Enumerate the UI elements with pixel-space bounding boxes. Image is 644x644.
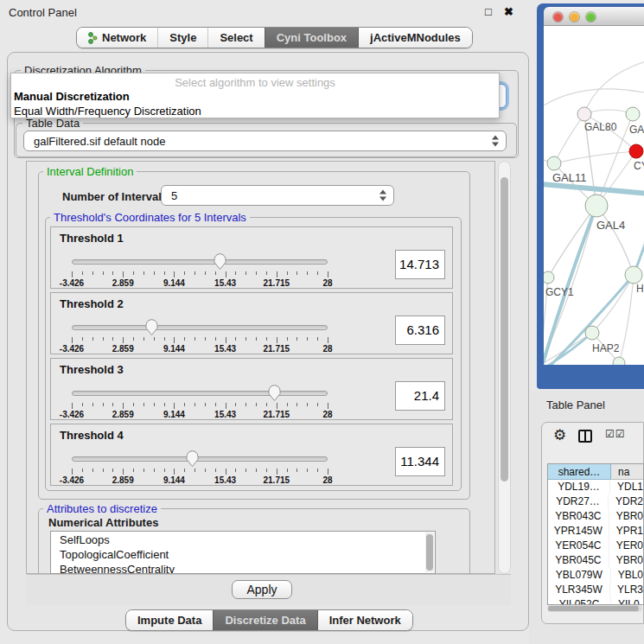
zoom-traffic-light[interactable] bbox=[586, 12, 596, 22]
network-window-titlebar[interactable] bbox=[544, 7, 644, 26]
cell-name[interactable]: YBR0 bbox=[609, 553, 643, 568]
threshold-slider[interactable]: -3.4262.8599.14415.4321.71528 bbox=[72, 449, 328, 485]
cell-shared-name[interactable]: YBR045C bbox=[548, 553, 609, 568]
cell-shared-name[interactable]: YBL079W bbox=[548, 568, 611, 583]
cell-name[interactable]: YDL1 bbox=[610, 480, 643, 494]
column-header-shared-name[interactable]: shared… bbox=[548, 464, 611, 480]
threshold-slider[interactable]: -3.4262.8599.14415.4321.71528 bbox=[72, 383, 328, 419]
network-node[interactable] bbox=[585, 326, 599, 340]
slider-thumb-icon[interactable] bbox=[185, 450, 200, 468]
table-row[interactable]: YIL052CYIL0 bbox=[548, 597, 643, 605]
cell-shared-name[interactable]: YPR145W bbox=[548, 524, 609, 539]
num-intervals-spinner[interactable]: 5 bbox=[161, 185, 394, 206]
network-canvas[interactable]: GAL80GACYGAL11GAL4GCY1HIHAP2 bbox=[544, 26, 644, 365]
scrollbar-thumb[interactable] bbox=[548, 606, 639, 611]
float-icon[interactable]: □ bbox=[485, 5, 492, 18]
checkbox-columns-icon[interactable]: ☑☑ bbox=[605, 428, 626, 440]
threshold-value-field[interactable]: 6.316 bbox=[395, 316, 445, 345]
cell-shared-name[interactable]: YDR27… bbox=[548, 494, 609, 509]
interval-definition-label: Interval Definition bbox=[43, 165, 137, 178]
threshold-value-field[interactable]: 11.344 bbox=[395, 447, 445, 476]
tab-label: Network bbox=[102, 31, 146, 44]
slider-thumb-icon[interactable] bbox=[267, 384, 282, 402]
network-node[interactable] bbox=[625, 266, 642, 284]
close-traffic-light[interactable] bbox=[553, 12, 563, 22]
table-row[interactable]: YPR145WYPR1 bbox=[548, 524, 643, 539]
apply-button[interactable]: Apply bbox=[232, 580, 292, 599]
threshold-value-field[interactable]: 14.713 bbox=[395, 250, 445, 279]
minimize-traffic-light[interactable] bbox=[570, 12, 579, 22]
network-node[interactable] bbox=[626, 107, 640, 121]
cell-shared-name[interactable]: YIL052C bbox=[548, 597, 611, 605]
table-row[interactable]: YDL19…YDL1 bbox=[548, 480, 643, 494]
network-node[interactable] bbox=[544, 271, 554, 284]
slider-track[interactable] bbox=[72, 259, 328, 265]
slider-thumb-icon[interactable] bbox=[144, 318, 159, 336]
list-scrollbar[interactable] bbox=[425, 532, 434, 572]
table-row[interactable]: YBR045CYBR0 bbox=[548, 553, 643, 568]
table-row[interactable]: YDR27…YDR2 bbox=[548, 494, 643, 509]
threshold-slider[interactable]: -3.4262.8599.14415.4321.71528 bbox=[72, 252, 328, 288]
table-row[interactable]: YLR345WYLR3 bbox=[548, 583, 643, 597]
cell-name[interactable]: YBL0 bbox=[611, 568, 643, 583]
cell-name[interactable]: YIL0 bbox=[611, 597, 643, 605]
threshold-title: Threshold 2 bbox=[60, 297, 124, 310]
tab-infer-network[interactable]: Infer Network bbox=[317, 610, 412, 630]
cell-name[interactable]: YDR2 bbox=[609, 494, 643, 509]
network-node[interactable] bbox=[577, 107, 591, 121]
vertical-scrollbar[interactable] bbox=[498, 161, 511, 574]
numerical-attributes-list[interactable]: SelfLoopsTopologicalCoefficientBetweenne… bbox=[50, 531, 436, 574]
split-columns-icon[interactable] bbox=[578, 430, 592, 443]
attribute-list-item[interactable]: BetweennessCentrality bbox=[51, 561, 435, 574]
table-row[interactable]: YBL079WYBL0 bbox=[548, 568, 643, 583]
tab-impute-data[interactable]: Impute Data bbox=[126, 610, 213, 630]
cell-name[interactable]: YBR0 bbox=[609, 509, 643, 524]
attribute-list-item[interactable]: SelfLoops bbox=[51, 532, 435, 546]
tab-select[interactable]: Select bbox=[207, 28, 264, 48]
cell-shared-name[interactable]: YDL19… bbox=[548, 480, 610, 494]
scrollbar-thumb[interactable] bbox=[501, 177, 508, 481]
network-node[interactable] bbox=[629, 144, 643, 158]
gear-icon[interactable]: ⚙ bbox=[553, 426, 566, 444]
top-tab-bar: NetworkStyleSelectCyni ToolboxjActiveMNo… bbox=[76, 27, 473, 48]
network-node[interactable] bbox=[547, 156, 561, 170]
close-icon[interactable]: ✖ bbox=[504, 5, 513, 18]
table-row[interactable]: YER054CYER0 bbox=[548, 539, 643, 553]
cell-name[interactable]: YPR1 bbox=[609, 524, 643, 539]
network-node-label: HAP2 bbox=[592, 342, 620, 354]
tab-style[interactable]: Style bbox=[157, 28, 207, 48]
column-header-name[interactable]: na bbox=[611, 464, 643, 480]
cell-name[interactable]: YER0 bbox=[609, 539, 643, 553]
cell-shared-name[interactable]: YLR345W bbox=[548, 583, 610, 597]
dropdown-option-manual[interactable]: Manual Discretization bbox=[14, 90, 130, 103]
slider-ticks bbox=[72, 337, 328, 344]
network-node[interactable] bbox=[613, 357, 625, 365]
tab-cyni-toolbox[interactable]: Cyni Toolbox bbox=[265, 28, 358, 48]
network-node-label: HI bbox=[636, 283, 644, 295]
network-node-label: GAL4 bbox=[596, 219, 625, 232]
slider-thumb-icon[interactable] bbox=[213, 252, 227, 271]
slider-tick-labels: -3.4262.8599.14415.4321.71528 bbox=[72, 344, 328, 354]
cell-shared-name[interactable]: YER054C bbox=[548, 539, 609, 553]
threshold-value-field[interactable]: 21.4 bbox=[395, 381, 445, 411]
table-data-combobox[interactable]: galFiltered.sif default node bbox=[23, 131, 507, 151]
num-intervals-value: 5 bbox=[171, 189, 177, 202]
table-row[interactable]: YBR043CYBR0 bbox=[548, 509, 643, 524]
table-panel-title: Table Panel bbox=[546, 399, 605, 411]
dropdown-option-equal-width[interactable]: Equal Width/Frequency Discretization bbox=[14, 105, 201, 118]
tab-discretize-data[interactable]: Discretize Data bbox=[213, 610, 316, 630]
table-horizontal-scrollbar[interactable] bbox=[547, 605, 642, 612]
network-node[interactable] bbox=[585, 194, 608, 217]
network-node-label: GAL11 bbox=[552, 171, 587, 184]
slider-track[interactable] bbox=[72, 391, 328, 396]
tab-network[interactable]: Network bbox=[77, 28, 157, 48]
cell-shared-name[interactable]: YBR043C bbox=[548, 509, 609, 524]
table-data-group-label: Table Data bbox=[22, 117, 83, 130]
node-table-header: shared… na bbox=[548, 464, 643, 480]
cell-name[interactable]: YLR3 bbox=[610, 583, 643, 597]
tab-jactivemnodules[interactable]: jActiveMNodules bbox=[358, 28, 472, 48]
attribute-list-item[interactable]: TopologicalCoefficient bbox=[51, 546, 435, 561]
slider-track[interactable] bbox=[72, 325, 328, 330]
network-node-label: CY bbox=[634, 160, 644, 172]
threshold-slider[interactable]: -3.4262.8599.14415.4321.71528 bbox=[72, 317, 328, 354]
